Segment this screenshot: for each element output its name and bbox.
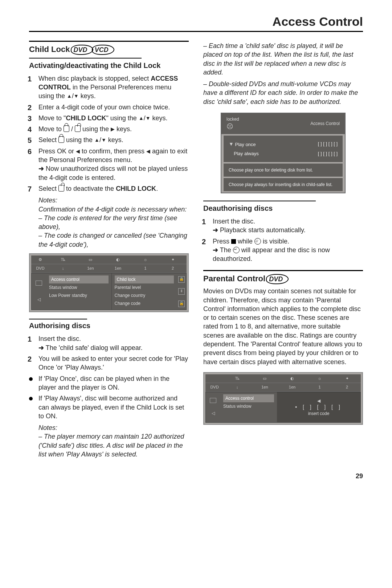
unlock-icon: 🔓 bbox=[178, 301, 185, 307]
deauth-step-1: 1 Insert the disc. ➜ Playback starts aut… bbox=[203, 217, 363, 235]
step-3: 3 Move to "CHILD LOCK" using the ▲/▼ key… bbox=[29, 114, 189, 122]
unlock-icon bbox=[75, 125, 81, 132]
step-2: 2Enter a 4-digit code of your own choice… bbox=[29, 103, 189, 112]
vcd-badge-icon: VCD bbox=[93, 45, 110, 54]
up-triangle-icon: ▲ bbox=[139, 115, 144, 122]
step-6: 6 Press OK or ◀ to confirm, then press ◀… bbox=[29, 147, 189, 182]
notes-block: Notes: Confirmation of the 4-digit code … bbox=[29, 196, 189, 249]
step-1: 1 When disc playback is stopped, select … bbox=[29, 74, 189, 101]
up-triangle-icon: ▲ bbox=[67, 93, 72, 100]
page-number: 29 bbox=[29, 472, 363, 480]
deauth-step-2: 2 Press while is visible. ➜ The will app… bbox=[203, 237, 363, 263]
unlock-icon bbox=[58, 185, 64, 192]
preferences-menu-mockup: ⚙ Tᖾ ▭ ◐ ☼ ✦ DVD ↓ 1en 1en 1 2 bbox=[29, 253, 189, 312]
auth-step-1: 1 Insert the disc. ➜ The 'child safe' di… bbox=[29, 334, 189, 352]
right-triangle-icon: ▶ bbox=[111, 126, 115, 133]
activating-subheading: Activating/deactivating the Child Lock bbox=[29, 61, 189, 71]
header-rule bbox=[29, 31, 363, 32]
step-7: 7 Select to deactivate the CHILD LOCK. bbox=[29, 184, 189, 193]
updown-icon: ⇕ bbox=[178, 288, 185, 295]
stop-icon bbox=[231, 239, 236, 244]
cont-note-1: – Each time a 'child safe' disc is playe… bbox=[203, 41, 363, 77]
lock-icon bbox=[64, 125, 69, 132]
step-5: 5 Select using the ▲/▼ keys. bbox=[29, 136, 189, 144]
auth-notes-block: Notes: – The player memory can maintain … bbox=[29, 423, 189, 459]
auth-bullet-2: If 'Play Always', disc will become autho… bbox=[29, 394, 189, 420]
dvd-badge-icon: DVD bbox=[268, 275, 284, 283]
left-column: Child Lock DVD VCD Activating/deactivati… bbox=[29, 39, 189, 462]
parental-heading: Parental Control DVD bbox=[203, 273, 363, 284]
smile-face-icon bbox=[254, 238, 261, 245]
lock-icon: 🔒 bbox=[178, 276, 185, 283]
auth-bullet-1: If 'Play Once', disc can be played when … bbox=[29, 374, 189, 392]
step-4: 4 Move to / using the ▶ keys. bbox=[29, 125, 189, 133]
page-title: Access Control bbox=[29, 15, 363, 31]
sad-face-icon bbox=[233, 247, 240, 253]
locked-dialog-mockup: locked ☹ Access Control ▼ Play once [ ] … bbox=[221, 113, 346, 193]
child-lock-heading: Child Lock DVD VCD bbox=[29, 44, 189, 55]
lock-icon bbox=[58, 136, 64, 143]
sad-face-icon: ☹ bbox=[226, 122, 239, 131]
deauthorising-subheading: Deauthorising discs bbox=[203, 204, 363, 213]
dvd-badge-icon: DVD bbox=[72, 45, 89, 54]
left-triangle-icon: ◀ bbox=[76, 148, 80, 155]
down-triangle-icon: ▼ bbox=[74, 93, 79, 100]
right-column: – Each time a 'child safe' disc is playe… bbox=[203, 39, 363, 462]
down-triangle-icon: ▼ bbox=[146, 115, 151, 122]
insert-code-mockup: Tᖾ ▭ ◐ ☼ ✦ DVD ↓ 1en 1en 1 2 bbox=[203, 372, 363, 425]
authorising-subheading: Authorising discs bbox=[29, 321, 189, 331]
settings-icon: ⚙ bbox=[38, 257, 42, 262]
parental-body: Movies on DVDs may contain scenes not su… bbox=[203, 287, 363, 366]
auth-step-2: 2You will be asked to enter your secret … bbox=[29, 354, 189, 372]
cont-note-2: – Double-sided DVDs and multi-volume VCD… bbox=[203, 80, 363, 106]
